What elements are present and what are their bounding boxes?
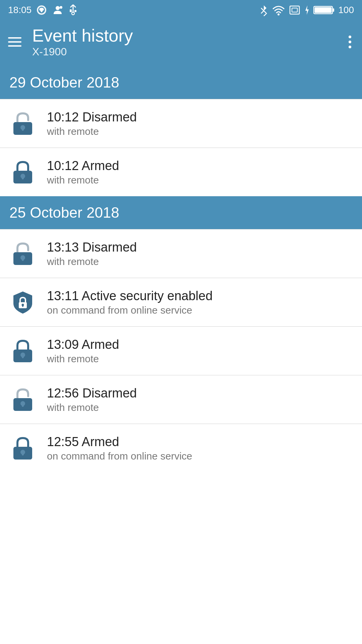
svg-rect-35	[22, 355, 24, 358]
event-detail: with remote	[47, 256, 354, 267]
event-title: 12:55 Armed	[47, 435, 354, 449]
svg-line-12	[261, 8, 264, 11]
svg-rect-26	[22, 176, 24, 179]
list-item: 12:55 Armed on command from online servi…	[0, 424, 362, 472]
status-bar: 18:05	[0, 0, 362, 20]
more-options-button[interactable]	[346, 33, 354, 51]
page-title: Event history	[32, 25, 346, 46]
status-time: 18:05	[8, 5, 32, 15]
date-header-0: 29 October 2018	[0, 66, 362, 99]
svg-line-13	[261, 11, 264, 13]
sim-icon	[289, 4, 301, 16]
svg-rect-32	[22, 305, 23, 307]
lock-closed-icon	[8, 336, 38, 366]
svg-rect-38	[22, 404, 24, 407]
svg-point-11	[72, 12, 74, 15]
svg-rect-23	[22, 127, 24, 131]
event-detail: on command from online service	[47, 450, 354, 462]
lock-closed-icon	[8, 157, 38, 187]
date-header-1: 25 October 2018	[0, 196, 362, 229]
list-item: 13:09 Armed with remote	[0, 327, 362, 375]
svg-rect-10	[74, 10, 76, 12]
lock-closed-icon	[8, 433, 38, 463]
event-text: 12:55 Armed on command from online servi…	[47, 435, 354, 462]
list-item: 10:12 Armed with remote	[0, 148, 362, 196]
event-title: 10:12 Armed	[47, 159, 354, 173]
list-item: 10:12 Disarmed with remote	[0, 99, 362, 148]
app-header: Event history X-1900	[0, 20, 362, 66]
event-title: 10:12 Disarmed	[47, 110, 354, 124]
event-text: 13:09 Armed with remote	[47, 337, 354, 365]
svg-point-14	[278, 13, 280, 15]
event-detail: with remote	[47, 126, 354, 137]
usb-icon	[68, 4, 78, 16]
list-item: 13:11 Active security enabled on command…	[0, 278, 362, 326]
event-text: 12:56 Disarmed with remote	[47, 386, 354, 413]
device-subtitle: X-1900	[32, 46, 346, 58]
event-detail: on command from online service	[47, 305, 354, 316]
svg-rect-16	[292, 8, 297, 12]
svg-rect-29	[22, 258, 24, 261]
svg-point-2	[39, 8, 44, 11]
status-left: 18:05	[8, 4, 78, 16]
event-detail: with remote	[47, 353, 354, 365]
svg-rect-41	[22, 452, 24, 455]
event-text: 13:13 Disarmed with remote	[47, 240, 354, 267]
shield-lock-icon	[8, 287, 38, 317]
lock-open-icon	[8, 385, 38, 414]
event-title: 13:11 Active security enabled	[47, 289, 354, 303]
lock-open-icon	[8, 109, 38, 138]
event-title: 13:09 Armed	[47, 337, 354, 352]
event-title: 12:56 Disarmed	[47, 386, 354, 400]
lock-open-icon	[8, 239, 38, 268]
event-text: 10:12 Disarmed with remote	[47, 110, 354, 137]
svg-marker-17	[305, 5, 309, 15]
message-icon	[36, 4, 48, 16]
event-title: 13:13 Disarmed	[47, 240, 354, 255]
status-right: 100	[259, 4, 354, 16]
menu-button[interactable]	[8, 37, 24, 47]
svg-rect-9	[70, 9, 72, 12]
svg-rect-19	[315, 7, 332, 13]
svg-rect-15	[290, 6, 299, 14]
event-text: 10:12 Armed with remote	[47, 159, 354, 186]
list-item: 12:56 Disarmed with remote	[0, 375, 362, 424]
wifi-icon	[272, 4, 285, 16]
charging-icon	[304, 4, 310, 16]
battery-level: 100	[338, 5, 354, 15]
svg-rect-20	[333, 8, 334, 12]
bluetooth-icon	[259, 4, 268, 16]
event-detail: with remote	[47, 402, 354, 413]
header-title-block: Event history X-1900	[32, 25, 346, 58]
person-icon	[52, 4, 64, 16]
list-item: 13:13 Disarmed with remote	[0, 229, 362, 278]
battery-icon	[313, 4, 335, 16]
event-detail: with remote	[47, 174, 354, 186]
event-text: 13:11 Active security enabled on command…	[47, 289, 354, 316]
